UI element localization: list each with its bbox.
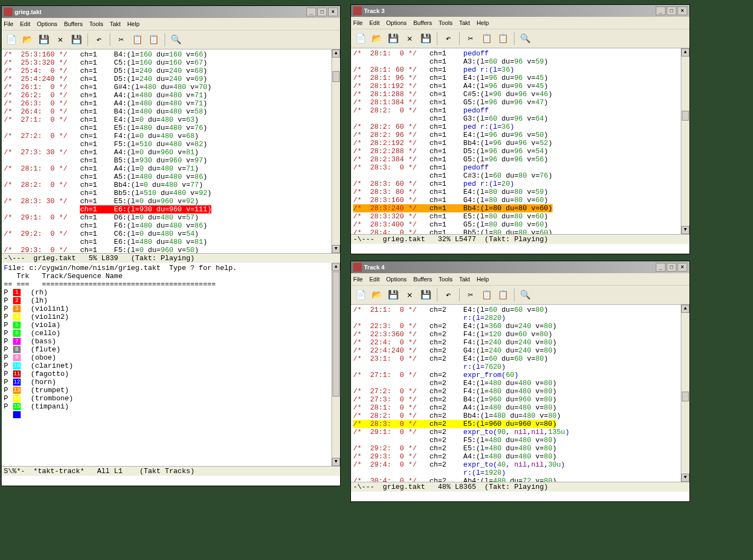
paste-icon[interactable]: 📋 <box>146 32 161 47</box>
menu-options[interactable]: Options <box>37 21 58 27</box>
track-row[interactable]: P13 (trumpet) <box>4 386 329 394</box>
menu-help[interactable]: Help <box>476 276 489 282</box>
track-row[interactable]: P2 (lh) <box>4 297 329 305</box>
code-line[interactable]: /* 22:4: 0 */ ch=2 F4:(l=240 du=240 v=80… <box>353 338 679 347</box>
code-line[interactable]: /* 29:3: 0 */ ch=2 A4:(l=480 du=480 v=80… <box>353 452 679 461</box>
code-line[interactable]: /* 28:3: 0 */ ch=2 E5:(l=960 du=960 v=80… <box>353 420 679 428</box>
code-line[interactable]: ch=1 F5:(l=510 du=480 v=82) <box>4 140 329 148</box>
undo-icon[interactable]: ↶ <box>441 31 456 46</box>
code-line[interactable]: /* 26:1: 0 */ ch=1 G#4:(l=480 du=480 v=7… <box>4 83 329 91</box>
track-list-area[interactable]: File: c:/cygwin/home/nisim/grieg.takt Ty… <box>2 263 331 467</box>
scroll-down-button[interactable]: ▼ <box>332 245 340 253</box>
menu-file[interactable]: File <box>353 20 363 26</box>
menu-edit[interactable]: Edit <box>20 21 30 27</box>
open-file-icon[interactable]: 📂 <box>369 287 385 303</box>
code-line[interactable]: /* 28:2: 0 */ ch=2 Bb4:(l=480 du=480 v=8… <box>353 412 679 420</box>
code-line[interactable]: ch=1 G3:(l=60 du=96 v=64) <box>353 115 679 123</box>
code-line[interactable]: /* 27:1: 0 */ ch=1 E4:(l=0 du=480 v=63) <box>4 116 329 124</box>
code-line[interactable]: /* 27:2: 0 */ ch=2 F4:(l=480 du=480 v=80… <box>353 387 679 395</box>
code-line[interactable]: ch=1 A3:(l=60 du=96 v=59) <box>353 58 679 66</box>
track-row[interactable]: P9 (oboe) <box>4 354 329 362</box>
code-line[interactable]: /* 29:2: 0 */ ch=1 C6:(l=0 du=480 v=54) <box>4 230 329 238</box>
copy-icon[interactable]: 📋 <box>479 287 494 303</box>
code-line[interactable]: /* 28:2:384 */ ch=1 G5:(l=96 du=96 v=56) <box>353 155 679 163</box>
code-line[interactable]: r:(l=2820) <box>353 314 679 322</box>
code-line[interactable]: /* 27:3: 0 */ ch=2 B4:(l=960 du=960 v=80… <box>353 395 679 404</box>
cut-icon[interactable]: ✂ <box>114 32 129 47</box>
minimize-button[interactable]: _ <box>306 8 316 16</box>
code-line[interactable]: ch=1 Bb5:(l=510 du=480 v=92) <box>4 189 329 197</box>
close-icon[interactable]: ✕ <box>53 32 68 47</box>
track-row[interactable]: P5 (viola) <box>4 321 329 329</box>
minimize-button[interactable]: _ <box>656 7 666 15</box>
code-line[interactable]: /* 29:1: 0 */ ch=1 D6:(l=0 du=480 v=57) <box>4 213 329 222</box>
track-row[interactable]: P7 (bass) <box>4 337 329 345</box>
scroll-down-button[interactable]: ▼ <box>332 458 340 466</box>
minibuffer[interactable] <box>351 492 689 501</box>
code-line[interactable]: /* 28:3:320 */ ch=1 E5:(l=80 du=80 v=60) <box>353 212 679 221</box>
code-line[interactable]: /* 28:3: 0 */ ch=1 pedoff <box>353 163 679 172</box>
code-line[interactable]: /* 28:3:400 */ ch=1 G5:(l=80 du=80 v=60) <box>353 221 679 229</box>
new-file-icon[interactable]: 📄 <box>353 287 368 303</box>
maximize-button[interactable]: □ <box>667 263 676 272</box>
undo-icon[interactable]: ↶ <box>441 287 456 303</box>
save-icon[interactable]: 💾 <box>386 287 401 303</box>
cut-icon[interactable]: ✂ <box>463 287 478 303</box>
scroll-thumb[interactable] <box>682 392 689 401</box>
menu-file[interactable]: File <box>353 276 363 282</box>
code-line[interactable]: /* 28:1: 0 */ ch=1 pedoff <box>353 49 679 58</box>
new-file-icon[interactable]: 📄 <box>353 31 368 46</box>
undo-icon[interactable]: ↶ <box>91 32 106 47</box>
close-icon[interactable]: ✕ <box>402 287 417 303</box>
track-row[interactable]: P6 (cello) <box>4 329 329 337</box>
save-icon[interactable]: 💾 <box>386 31 401 46</box>
code-line[interactable]: /* 25:3:160 */ ch=1 B4:(l=160 du=160 v=6… <box>4 51 329 59</box>
open-file-icon[interactable]: 📂 <box>20 32 35 47</box>
code-line[interactable]: ch=1 B5:(l=930 du=960 v=97) <box>4 156 329 165</box>
code-line[interactable]: r:(l=1920) <box>353 469 679 477</box>
maximize-button[interactable]: □ <box>317 8 327 16</box>
minibuffer[interactable] <box>351 244 689 254</box>
titlebar[interactable]: Track 3 _ □ × <box>351 5 689 17</box>
menu-buffers[interactable]: Buffers <box>413 20 432 26</box>
vertical-scrollbar[interactable]: ▲ ▼ <box>331 263 340 467</box>
scroll-up-button[interactable]: ▲ <box>681 305 689 313</box>
code-line[interactable]: /* 23:1: 0 */ ch=2 E4:(l=60 du=60 v=80) <box>353 355 679 363</box>
code-line[interactable]: /* 25:3:320 */ ch=1 C5:(l=160 du=160 v=6… <box>4 59 329 67</box>
new-file-icon[interactable]: 📄 <box>4 32 19 47</box>
code-line[interactable]: /* 29:1: 0 */ ch=2 expr_to(90, nil,nil,1… <box>353 428 679 436</box>
code-line[interactable]: ch=1 A5:(l=480 du=480 v=86) <box>4 173 329 181</box>
code-line[interactable]: /* 28:2:288 */ ch=1 D5:(l=96 du=96 v=54) <box>353 147 679 155</box>
code-line[interactable]: /* 29:3: 0 */ ch=1 F5:(l=0 du=960 v=50) <box>4 246 329 253</box>
code-line[interactable]: /* 21:1: 0 */ ch=2 E4:(l=60 du=60 v=80) <box>353 306 679 314</box>
saveas-icon[interactable]: 💾 <box>418 31 434 46</box>
scroll-up-button[interactable]: ▲ <box>332 49 340 58</box>
find-icon[interactable]: 🔍 <box>168 32 184 47</box>
scroll-down-button[interactable]: ▼ <box>681 226 689 234</box>
code-area[interactable]: /* 21:1: 0 */ ch=2 E4:(l=60 du=60 v=80) … <box>351 305 681 482</box>
code-line[interactable]: /* 28:3:240 */ ch=1 Bb4:(l=80 du=80 v=60… <box>353 204 679 212</box>
close-icon[interactable]: ✕ <box>402 31 417 46</box>
close-button[interactable]: × <box>677 7 687 15</box>
menu-takt[interactable]: Takt <box>459 276 470 282</box>
code-line[interactable]: /* 28:2: 60 */ ch=1 ped r:(l=36) <box>353 123 679 131</box>
code-line[interactable]: /* 28:3: 60 */ ch=1 ped r:(l=20) <box>353 180 679 188</box>
code-line[interactable]: ch=1 E5:(l=480 du=480 v=76) <box>4 124 329 132</box>
menu-tools[interactable]: Tools <box>89 21 103 27</box>
menu-takt[interactable]: Takt <box>110 21 121 27</box>
titlebar[interactable]: grieg.takt _ □ × <box>2 6 340 18</box>
close-button[interactable]: × <box>677 263 687 272</box>
code-line[interactable]: /* 28:2: 0 */ ch=1 Bb4:(l=0 du=480 v=77) <box>4 181 329 189</box>
code-line[interactable]: /* 27:2: 0 */ ch=1 F4:(l=0 du=480 v=68) <box>4 132 329 140</box>
track-row[interactable]: P4 (violin2) <box>4 313 329 321</box>
code-line[interactable]: ch=2 E4:(l=480 du=480 v=80) <box>353 379 679 387</box>
menu-tools[interactable]: Tools <box>438 20 453 26</box>
vertical-scrollbar[interactable]: ▲ ▼ <box>681 305 689 482</box>
code-line[interactable]: /* 25:4: 0 */ ch=1 D5:(l=240 du=240 v=68… <box>4 67 329 75</box>
code-line[interactable]: /* 27:1: 0 */ ch=2 expr_from(60) <box>353 371 679 379</box>
code-line[interactable]: /* 22:3: 0 */ ch=2 E4:(l=360 du=240 v=80… <box>353 322 679 330</box>
find-icon[interactable]: 🔍 <box>518 31 533 46</box>
code-line[interactable]: /* 28:1: 0 */ ch=1 A4:(l=0 du=480 v=71) <box>4 165 329 173</box>
code-line[interactable]: /* 28:1:288 */ ch=1 C#5:(l=96 du=96 v=46… <box>353 90 679 98</box>
track-row[interactable]: P12 (horn) <box>4 378 329 386</box>
